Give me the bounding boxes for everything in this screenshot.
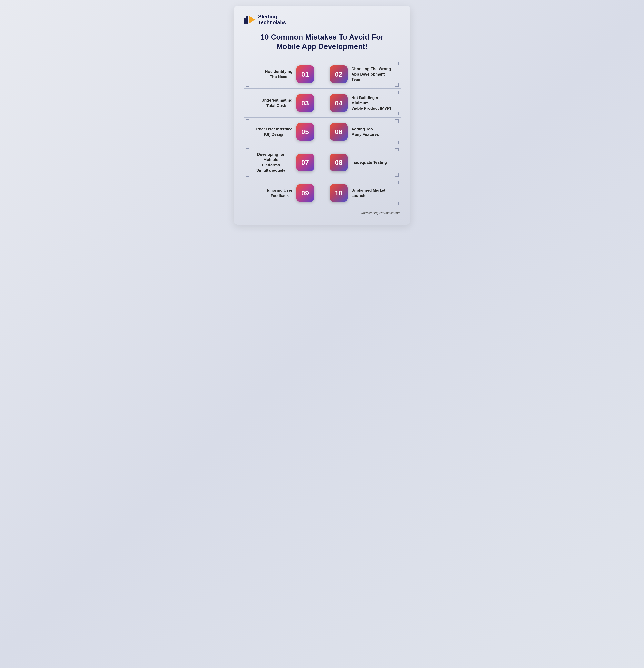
item-label-04: Not Building a MinimumViable Product (MV… [351, 95, 395, 111]
item-cell-01: Not IdentifyingThe Need01 [244, 60, 322, 89]
main-title: 10 Common Mistakes To Avoid For Mobile A… [244, 33, 400, 51]
item-label-05: Poor User Interface(UI) Design [256, 126, 293, 137]
item-badge-06: 06 [330, 123, 348, 141]
website: www.sterlingtechnolabs.com [361, 211, 400, 215]
item-badge-08: 08 [330, 154, 348, 171]
brand-name-line1: Sterling [258, 14, 286, 20]
item-cell-10: 10Unplanned Market Launch [322, 179, 400, 207]
item-badge-02: 02 [330, 65, 348, 83]
title-line1: 10 Common Mistakes To Avoid For [261, 33, 384, 41]
item-badge-05: 05 [296, 123, 314, 141]
item-cell-02: 02Choosing The WrongApp Development Team [322, 60, 400, 89]
item-badge-03: 03 [296, 94, 314, 112]
item-badge-01: 01 [296, 65, 314, 83]
page-wrapper: Sterling Technolabs 10 Common Mistakes T… [234, 6, 410, 225]
item-cell-05: Poor User Interface(UI) Design05 [244, 118, 322, 146]
item-cell-06: 06Adding TooMany Features [322, 118, 400, 146]
svg-rect-1 [247, 16, 248, 24]
item-label-03: UnderestimatingTotal Costs [262, 98, 293, 108]
items-grid: Not IdentifyingThe Need0102Choosing The … [244, 60, 400, 207]
item-cell-07: Developing for MultiplePlatforms Simulta… [244, 146, 322, 179]
logo-text: Sterling Technolabs [258, 14, 286, 25]
item-cell-09: Ignoring UserFeedback09 [244, 179, 322, 207]
footer: www.sterlingtechnolabs.com [244, 211, 400, 215]
item-label-07: Developing for MultiplePlatforms Simulta… [249, 152, 293, 173]
item-badge-10: 10 [330, 184, 348, 202]
item-label-06: Adding TooMany Features [351, 126, 379, 137]
item-label-09: Ignoring UserFeedback [267, 188, 292, 198]
item-cell-08: 08Inadequate Testing [322, 146, 400, 179]
item-badge-04: 04 [330, 94, 348, 112]
item-label-01: Not IdentifyingThe Need [265, 69, 293, 79]
item-label-10: Unplanned Market Launch [351, 188, 395, 198]
item-badge-07: 07 [296, 154, 314, 171]
item-cell-04: 04Not Building a MinimumViable Product (… [322, 89, 400, 118]
svg-rect-0 [244, 18, 246, 24]
header: Sterling Technolabs [244, 14, 400, 26]
title-line2: Mobile App Development! [277, 42, 367, 51]
item-label-08: Inadequate Testing [351, 160, 387, 165]
brand-name-line2: Technolabs [258, 20, 286, 25]
item-badge-09: 09 [296, 184, 314, 202]
item-label-02: Choosing The WrongApp Development Team [351, 66, 395, 82]
logo-icon [244, 14, 255, 26]
item-cell-03: UnderestimatingTotal Costs03 [244, 89, 322, 118]
svg-marker-2 [249, 16, 255, 24]
